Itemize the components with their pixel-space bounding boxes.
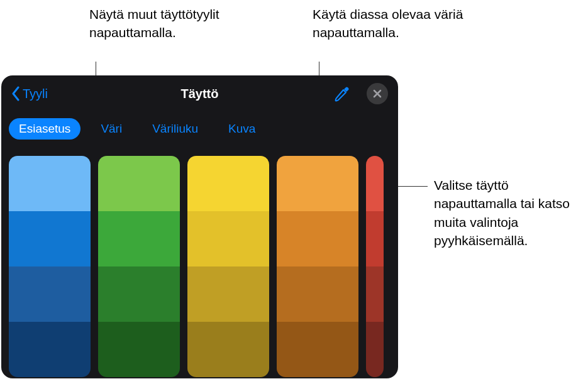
callout-swatch: Valitse täyttö napauttamalla tai katso m…	[434, 176, 588, 250]
tab-gradient[interactable]: Väriliuku	[142, 118, 208, 140]
color-swatch[interactable]	[366, 322, 384, 377]
eyedropper-button[interactable]	[333, 85, 352, 104]
color-swatch[interactable]	[187, 211, 269, 266]
color-swatch[interactable]	[187, 322, 269, 377]
color-swatch[interactable]	[277, 156, 358, 211]
tab-color[interactable]: Väri	[91, 118, 132, 140]
color-swatch[interactable]	[98, 266, 180, 322]
color-swatch[interactable]	[366, 156, 384, 211]
back-button[interactable]: Tyyli	[11, 86, 48, 101]
color-swatch[interactable]	[277, 211, 358, 266]
color-swatch[interactable]	[9, 266, 91, 322]
fill-tabs: Esiasetus Väri Väriliuku Kuva	[1, 112, 398, 150]
color-swatch[interactable]	[9, 211, 91, 266]
color-swatch[interactable]	[366, 266, 384, 322]
color-swatch[interactable]	[187, 156, 269, 211]
swatch-column	[366, 156, 384, 377]
back-label: Tyyli	[23, 87, 48, 101]
tab-image[interactable]: Kuva	[218, 118, 265, 140]
color-swatch[interactable]	[9, 156, 91, 211]
callout-filltypes: Näytä muut täyttötyylit napauttamalla.	[89, 5, 265, 42]
fill-panel: Tyyli Täyttö Esiasetus Väri Väriliuku Ku…	[1, 75, 398, 378]
color-swatch[interactable]	[98, 156, 180, 211]
color-swatch[interactable]	[98, 211, 180, 266]
color-swatch[interactable]	[366, 211, 384, 266]
color-swatch[interactable]	[277, 266, 358, 322]
swatch-column	[277, 156, 358, 377]
swatch-column	[187, 156, 269, 377]
panel-title: Täyttö	[181, 87, 219, 101]
panel-header: Tyyli Täyttö	[1, 75, 398, 112]
color-swatch[interactable]	[277, 322, 358, 377]
chevron-left-icon	[11, 86, 20, 101]
eyedropper-icon	[333, 85, 352, 104]
tab-preset[interactable]: Esiasetus	[9, 118, 80, 140]
swatch-column	[98, 156, 180, 377]
color-swatch[interactable]	[98, 322, 180, 377]
close-button[interactable]	[367, 83, 388, 104]
color-swatch[interactable]	[9, 322, 91, 377]
swatch-grid[interactable]	[1, 150, 398, 377]
color-swatch[interactable]	[187, 266, 269, 322]
callout-eyedropper: Käytä diassa olevaa väriä napauttamalla.	[313, 5, 489, 42]
close-icon	[373, 89, 382, 98]
swatch-column	[9, 156, 91, 377]
